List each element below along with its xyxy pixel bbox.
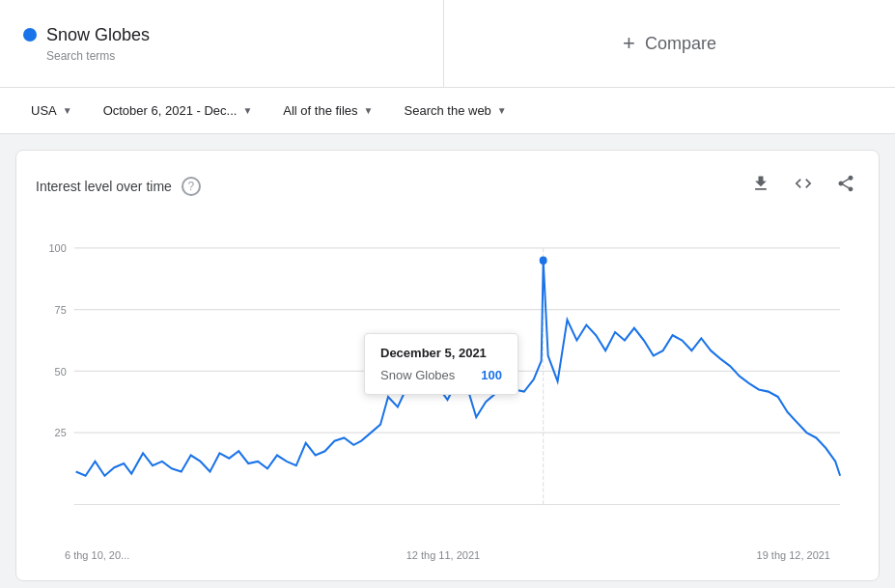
country-filter[interactable]: USA ▼ — [23, 98, 80, 124]
embed-button[interactable] — [790, 170, 817, 202]
country-label: USA — [31, 103, 57, 118]
tooltip-value: 100 — [481, 368, 502, 382]
search-type-label: Search the web — [405, 103, 491, 118]
x-label-1: 6 thg 10, 20... — [65, 549, 129, 561]
svg-text:75: 75 — [55, 304, 67, 316]
tooltip-box: December 5, 2021 Snow Globes 100 — [364, 333, 518, 395]
chart-title-area: Interest level over time ? — [36, 177, 201, 196]
country-chevron-icon: ▼ — [63, 105, 72, 116]
svg-text:25: 25 — [55, 427, 67, 438]
top-bar: Snow Globes Search terms + Compare — [0, 0, 895, 88]
category-label: All of the files — [283, 103, 357, 118]
x-label-3: 19 thg 12, 2021 — [757, 549, 830, 561]
category-filter[interactable]: All of the files ▼ — [275, 98, 380, 124]
svg-text:50: 50 — [55, 365, 67, 377]
chart-container: 100 75 50 25 December 5, 2021 Snow Globe… — [36, 217, 859, 546]
svg-text:100: 100 — [49, 242, 67, 254]
svg-point-10 — [540, 256, 547, 265]
search-term-subtitle: Search terms — [46, 49, 420, 63]
x-axis-labels: 6 thg 10, 20... 12 thg 11, 2021 19 thg 1… — [36, 546, 859, 561]
search-term-label: Snow Globes — [46, 25, 150, 45]
chart-actions — [747, 170, 859, 202]
compare-section[interactable]: + Compare — [444, 0, 895, 87]
date-label: October 6, 2021 - Dec... — [103, 103, 238, 118]
date-filter[interactable]: October 6, 2021 - Dec... ▼ — [96, 98, 261, 124]
x-label-2: 12 thg 11, 2021 — [406, 549, 480, 561]
blue-dot-indicator — [23, 28, 37, 42]
category-chevron-icon: ▼ — [364, 105, 374, 116]
search-term-name: Snow Globes — [23, 25, 420, 45]
chart-header: Interest level over time ? — [36, 170, 859, 202]
date-chevron-icon: ▼ — [242, 105, 252, 116]
download-button[interactable] — [747, 170, 774, 202]
compare-plus-icon: + — [623, 31, 635, 56]
share-button[interactable] — [832, 170, 859, 202]
search-term-section: Snow Globes Search terms — [0, 0, 444, 87]
filters-bar: USA ▼ October 6, 2021 - Dec... ▼ All of … — [0, 88, 895, 134]
help-icon[interactable]: ? — [182, 177, 201, 196]
compare-label: Compare — [645, 34, 716, 54]
tooltip-date: December 5, 2021 — [380, 346, 502, 360]
chart-section: Interest level over time ? 100 75 — [15, 150, 880, 581]
search-type-chevron-icon: ▼ — [497, 105, 507, 116]
chart-title: Interest level over time — [36, 179, 172, 194]
tooltip-term: Snow Globes — [380, 368, 455, 382]
tooltip-row: Snow Globes 100 — [380, 368, 502, 382]
search-type-filter[interactable]: Search the web ▼ — [397, 98, 515, 124]
